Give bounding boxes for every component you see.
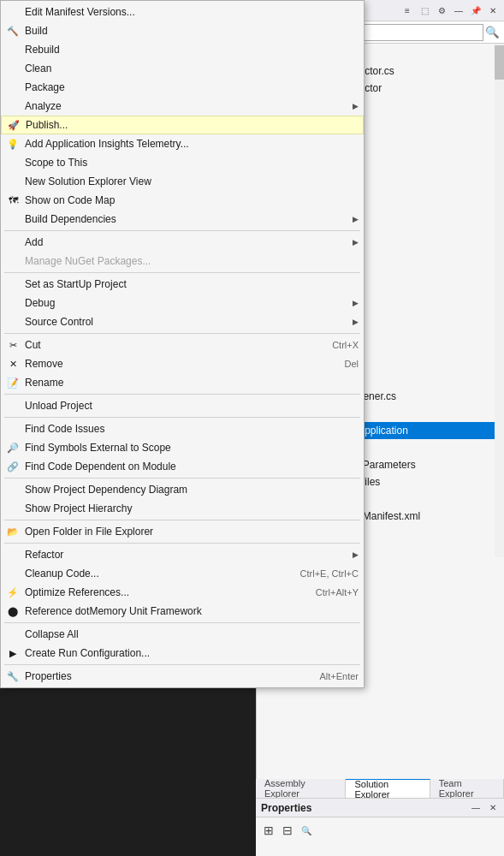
cut-shortcut: Ctrl+X [332,340,359,350]
menu-separator-after-project-hierarchy [4,520,360,520]
build-label: Build [25,25,359,37]
properties-settings-btn[interactable]: 🔍 [299,823,314,838]
menu-item-rename[interactable]: 📝Rename [1,373,364,392]
collapse-all-label: Collapse All [25,628,359,640]
scrollbar-thumb[interactable] [495,45,504,80]
debug-label: Debug [25,297,349,309]
properties-toolbar-pin[interactable]: ✕ [485,800,501,816]
menu-item-set-startup[interactable]: Set as StartUp Project [1,275,364,294]
publish-icon: 🚀 [7,118,21,132]
edit-manifest-label: Edit Manifest Versions... [25,6,359,18]
menu-item-open-folder[interactable]: 📂Open Folder in File Explorer [1,522,364,541]
create-run-config-icon: ▶ [6,646,20,660]
open-folder-icon: 📂 [6,525,20,538]
menu-item-analyze[interactable]: Analyze▶ [1,97,364,116]
menu-item-create-run-config[interactable]: ▶Create Run Configuration... [1,644,364,663]
scope-to-this-label: Scope to This [25,157,359,169]
menu-item-project-hierarchy[interactable]: Show Project Hierarchy [1,499,364,518]
app-insights-icon: 💡 [6,137,20,151]
manage-nuget-label: Manage NuGet Packages... [25,255,359,267]
new-solution-view-icon [6,175,20,188]
properties-filter-btn[interactable]: ⊟ [280,823,295,838]
menu-item-project-dependency-diagram[interactable]: Show Project Dependency Diagram [1,480,364,499]
menu-item-new-solution-view[interactable]: New Solution Explorer View [1,172,364,191]
menu-item-show-code-map[interactable]: 🗺Show on Code Map [1,191,364,210]
refactor-icon [6,548,20,562]
collapse-all-icon [6,627,20,641]
solution-explorer-toolbar-btn1[interactable]: ≡ [400,3,415,18]
solution-explorer-toolbar-btn3[interactable]: ⚙ [434,3,449,18]
menu-item-collapse-all[interactable]: Collapse All [1,625,364,644]
manage-nuget-icon [6,254,20,268]
tab-team-explorer[interactable]: Team Explorer [430,779,504,798]
cleanup-code-icon [6,567,20,580]
menu-item-cleanup-code[interactable]: Cleanup Code...Ctrl+E, Ctrl+C [1,564,364,583]
properties-toolbar: — ✕ [468,800,504,816]
cut-label: Cut [25,339,315,351]
menu-item-publish[interactable]: 🚀Publish... [1,116,364,134]
menu-item-build[interactable]: 🔨Build [1,21,364,40]
menu-item-source-control[interactable]: Source Control▶ [1,312,364,331]
menu-item-properties[interactable]: 🔧PropertiesAlt+Enter [1,667,364,686]
menu-item-app-insights[interactable]: 💡Add Application Insights Telemetry... [1,134,364,153]
explorer-tabs: Assembly ExplorerSolution ExplorerTeam E… [256,779,504,798]
menu-item-build-dependencies[interactable]: Build Dependencies▶ [1,210,364,229]
solution-explorer-close-button[interactable]: ✕ [485,3,501,18]
clean-icon [6,62,20,75]
remove-label: Remove [25,358,327,370]
solution-explorer-toolbar-pin[interactable]: 📌 [468,3,483,18]
menu-separator-after-build-dependencies [4,230,360,231]
menu-item-rebuild[interactable]: Rebuild [1,40,364,59]
menu-separator-after-unload-project [4,417,360,418]
tab-assembly-explorer[interactable]: Assembly Explorer [256,779,346,798]
menu-item-find-code-issues[interactable]: Find Code Issues [1,419,364,438]
reference-dotmemory-label: Reference dotMemory Unit Framework [25,605,359,617]
find-symbols-label: Find Symbols External to Scope [25,442,359,454]
optimize-references-label: Optimize References... [25,586,299,598]
find-code-issues-icon [6,422,20,436]
menu-item-optimize-references[interactable]: ⚡Optimize References...Ctrl+Alt+Y [1,583,364,602]
menu-item-edit-manifest[interactable]: Edit Manifest Versions... [1,3,364,21]
menu-item-scope-to-this[interactable]: Scope to This [1,153,364,172]
show-code-map-label: Show on Code Map [25,194,359,206]
new-solution-view-label: New Solution Explorer View [25,175,359,187]
build-dependencies-icon [6,212,20,226]
menu-item-find-symbols[interactable]: 🔎Find Symbols External to Scope [1,438,364,457]
unload-project-label: Unload Project [25,400,359,412]
menu-item-refactor[interactable]: Refactor▶ [1,545,364,564]
properties-sort-btn[interactable]: ⊞ [261,823,276,838]
menu-item-debug[interactable]: Debug▶ [1,294,364,312]
solution-explorer-scrollbar[interactable] [495,44,504,557]
menu-item-package[interactable]: Package [1,78,364,97]
analyze-submenu-arrow: ▶ [353,102,359,110]
properties-header: Properties — ✕ [256,799,504,817]
menu-item-clean[interactable]: Clean [1,59,364,78]
menu-item-add[interactable]: Add▶ [1,233,364,252]
optimize-references-icon: ⚡ [6,586,20,599]
tab-solution-explorer[interactable]: Solution Explorer [346,779,430,798]
set-startup-label: Set as StartUp Project [25,278,359,290]
solution-explorer-search-button[interactable]: 🔍 [483,24,501,41]
menu-item-cut[interactable]: ✂CutCtrl+X [1,336,364,354]
find-code-dependent-label: Find Code Dependent on Module [25,461,359,473]
unload-project-icon [6,399,20,413]
package-icon [6,80,20,94]
cleanup-code-label: Cleanup Code... [25,568,283,580]
rename-icon: 📝 [6,376,20,389]
publish-label: Publish... [26,119,358,131]
menu-item-reference-dotmemory[interactable]: ⬤Reference dotMemory Unit Framework [1,602,364,621]
menu-separator-after-rename [4,394,360,395]
project-dependency-diagram-label: Show Project Dependency Diagram [25,484,359,496]
source-control-icon [6,315,20,329]
properties-toolbar-btn1[interactable]: — [468,800,483,816]
context-menu: Edit Manifest Versions...🔨BuildRebuildCl… [0,0,365,688]
project-hierarchy-icon [6,502,20,515]
solution-explorer-toolbar-btn4[interactable]: — [451,3,466,18]
add-label: Add [25,236,349,248]
source-control-label: Source Control [25,316,349,328]
menu-item-unload-project[interactable]: Unload Project [1,396,364,415]
solution-explorer-toolbar-btn2[interactable]: ⬚ [417,3,432,18]
menu-item-find-code-dependent[interactable]: 🔗Find Code Dependent on Module [1,457,364,476]
menu-item-remove[interactable]: ✕RemoveDel [1,354,364,373]
show-code-map-icon: 🗺 [6,193,20,207]
